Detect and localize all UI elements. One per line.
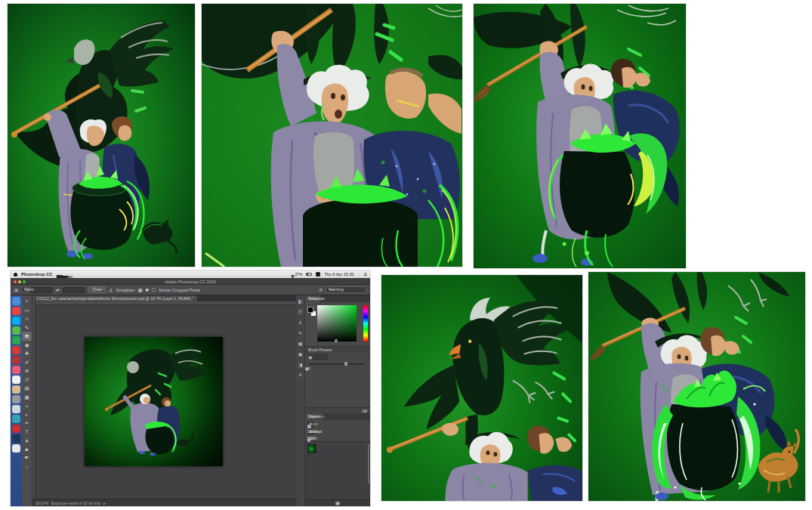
- tool-button[interactable]: ■: [22, 445, 32, 454]
- layer-thumbnail[interactable]: [307, 444, 316, 453]
- macos-dock: [11, 295, 22, 506]
- dock-icon[interactable]: [12, 356, 20, 364]
- dock-icon[interactable]: [12, 444, 20, 453]
- document-status-bar: 16.67% Exposure works in 32 bit only ▸: [32, 499, 296, 506]
- tool-button[interactable]: ▲: [22, 436, 32, 445]
- tab-navigator[interactable]: Navigator: [305, 295, 327, 302]
- hue-slider[interactable]: [363, 305, 368, 342]
- app-switch-icon[interactable]: [316, 272, 320, 277]
- foreground-color-swatch[interactable]: [307, 307, 313, 313]
- layer-row-partial[interactable]: [305, 442, 310, 456]
- crop-tool-preset-icon[interactable]: ⊞: [14, 287, 18, 292]
- straighten-label[interactable]: Straighten: [116, 288, 135, 292]
- delete-brush-icon[interactable]: ⌦: [362, 408, 367, 414]
- panel-strip-icon[interactable]: ✎: [298, 330, 302, 335]
- opacity-value[interactable]: 100%: [307, 429, 317, 434]
- tool-button[interactable]: ✎: [22, 323, 32, 332]
- crop-height-field[interactable]: [63, 287, 85, 293]
- layers-footer-icon[interactable]: ⌦: [335, 500, 340, 507]
- dock-icon[interactable]: [12, 395, 20, 403]
- tool-button[interactable]: ▭: [22, 306, 32, 315]
- painting-study-4-raven: [381, 275, 582, 501]
- tool-button[interactable]: ✒: [22, 419, 32, 428]
- tool-button[interactable]: ⊞: [22, 332, 32, 341]
- document-tab[interactable]: 170212_Der satanarchäolügenialkohöllisch…: [32, 295, 197, 301]
- brush-size-slider[interactable]: [305, 361, 370, 366]
- tool-button[interactable]: ○: [22, 462, 32, 471]
- fill-value[interactable]: 100%: [307, 436, 317, 440]
- brush-presets-header[interactable]: Brush Presets: [305, 346, 370, 353]
- dock-icon[interactable]: [12, 425, 20, 433]
- tool-button[interactable]: ▦: [22, 393, 32, 402]
- tool-button[interactable]: ◒: [22, 401, 32, 410]
- painting-study-3: [474, 4, 686, 268]
- panel-strip-icon[interactable]: A: [298, 372, 301, 377]
- dock-icon[interactable]: [12, 336, 20, 345]
- collage-page: Photoshop CC FileEditImageLayerTypeSelec…: [0, 0, 812, 510]
- panel-strip-icon[interactable]: ℹ: [299, 320, 301, 325]
- tool-button[interactable]: ⊕: [22, 366, 32, 376]
- dock-icon[interactable]: [12, 317, 20, 325]
- photoshop-window: Photoshop CC FileEditImageLayerTypeSelec…: [11, 270, 370, 506]
- brush-folder-icon[interactable]: ▣: [308, 354, 313, 360]
- dock-icon[interactable]: [12, 297, 20, 305]
- painting-study-2-closeup: [202, 4, 462, 267]
- canvas-artwork: [85, 337, 223, 466]
- painting-study-2-art: [202, 4, 462, 267]
- canvas[interactable]: [85, 337, 223, 466]
- dock-icon[interactable]: [12, 366, 20, 374]
- tool-button[interactable]: ☛: [22, 453, 32, 462]
- spotlight-icon[interactable]: ◌: [358, 272, 360, 277]
- delete-cropped-pixels-checkbox[interactable]: [152, 288, 156, 292]
- workspace-switcher[interactable]: Painting▾: [326, 286, 366, 293]
- reset-icon[interactable]: ↺: [319, 287, 323, 292]
- dock-icon[interactable]: [12, 434, 20, 443]
- apple-menu-icon[interactable]: [14, 273, 17, 277]
- notification-center-icon[interactable]: ☰: [364, 272, 367, 277]
- painting-study-1: [8, 4, 195, 267]
- blend-mode-row: Normal ▾ Opacity: 100%: [305, 428, 370, 435]
- panel-strip-icon[interactable]: ◨: [298, 362, 303, 367]
- dock-icon[interactable]: [12, 415, 20, 423]
- zoom-level[interactable]: 16.67%: [36, 501, 48, 505]
- tool-button[interactable]: ◐: [22, 410, 32, 419]
- status-arrow-icon[interactable]: ▸: [103, 501, 106, 505]
- slider-knob[interactable]: [344, 362, 347, 366]
- crop-overlay-icon[interactable]: ▦: [138, 287, 143, 292]
- crop-settings-gear-icon[interactable]: ✱: [145, 287, 149, 292]
- painting-study-1-art: [8, 4, 195, 267]
- tool-button[interactable]: ∿: [22, 314, 32, 323]
- dock-icon[interactable]: [12, 405, 20, 413]
- panel-strip-icon[interactable]: ▣: [298, 351, 303, 357]
- dock-icon[interactable]: [12, 376, 20, 384]
- delete-cropped-pixels-label[interactable]: Delete Cropped Pixels: [159, 288, 200, 292]
- menubar-clock[interactable]: Thu 6 Apr 15:30: [324, 272, 354, 277]
- dock-icon[interactable]: [12, 385, 20, 394]
- dock-icon[interactable]: [12, 346, 20, 354]
- tool-button[interactable]: ◉: [22, 341, 32, 350]
- tool-button[interactable]: ↺: [22, 376, 32, 385]
- tool-button[interactable]: ✚: [22, 349, 32, 358]
- ratio-select[interactable]: Ratio▾: [21, 286, 27, 293]
- tool-button[interactable]: T: [22, 428, 32, 437]
- panel-strip-icon[interactable]: ▦: [298, 341, 303, 346]
- dock-icon[interactable]: [12, 307, 20, 315]
- panel-stack: Color Swatches Navigator Brush Presets S…: [305, 295, 370, 506]
- tool-button[interactable]: ✐: [22, 358, 32, 367]
- dock-icon[interactable]: [12, 326, 20, 335]
- menu-app-name[interactable]: Photoshop CC: [21, 272, 53, 277]
- panel-strip-icon[interactable]: ☰: [298, 309, 302, 314]
- panel-strip-icon[interactable]: ◧: [298, 298, 303, 304]
- painting-study-5-final: [588, 272, 805, 501]
- tool-button[interactable]: +: [22, 297, 32, 306]
- tab-paths[interactable]: Paths: [305, 413, 321, 420]
- tool-button[interactable]: ▤: [22, 384, 32, 393]
- document-area: 170212_Der satanarchäolügenialkohöllisch…: [32, 295, 296, 506]
- swap-dimensions-icon[interactable]: ⇄: [56, 287, 60, 292]
- layer-filter-icon[interactable]: ▣: [307, 424, 311, 428]
- layers-scrollbar[interactable]: [368, 444, 370, 484]
- straighten-icon[interactable]: ∠: [109, 287, 113, 292]
- clear-button[interactable]: Clear: [88, 286, 106, 293]
- color-picker-field[interactable]: [317, 305, 357, 342]
- vertical-ruler: [32, 301, 36, 499]
